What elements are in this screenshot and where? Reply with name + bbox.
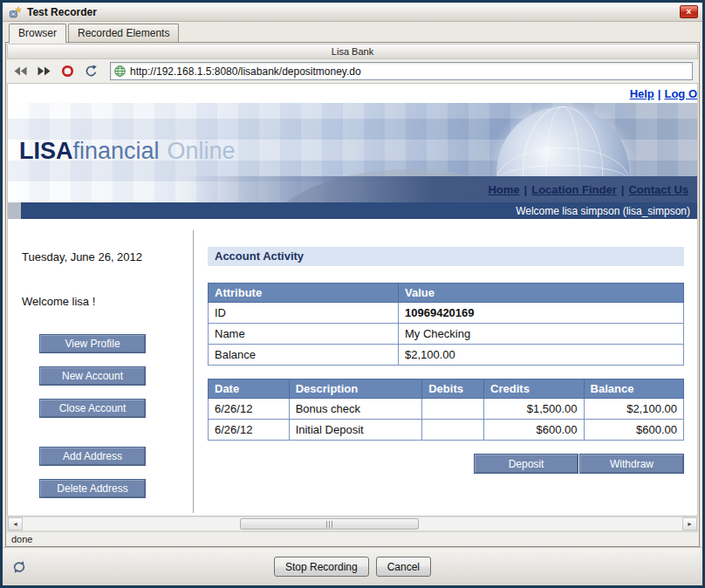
url-input[interactable] (130, 65, 688, 78)
sync-icon (12, 560, 26, 578)
sidebar: Tuesday, June 26, 2012 Welcome lisa ! Vi… (8, 219, 193, 516)
tx-balance-cell: $2,100.00 (584, 399, 683, 420)
close-icon: × (687, 8, 692, 17)
tx-description-cell: Bonus check (289, 399, 422, 420)
page-top-links: Help | Log O (8, 84, 697, 103)
welcome-bar: Welcome lisa simpson (lisa_simpson) (8, 202, 697, 219)
browser-tab-panel: Lisa Bank (5, 42, 700, 547)
sidebar-greeting: Welcome lisa ! (22, 295, 193, 308)
attr-header-value: Value (399, 284, 684, 303)
browser-pane-title: Lisa Bank (7, 44, 698, 59)
stop-recording-button[interactable]: Stop Recording (274, 557, 369, 577)
tx-header-balance: Balance (584, 379, 683, 399)
tab-browser-label: Browser (18, 27, 57, 39)
page-content: Tuesday, June 26, 2012 Welcome lisa ! Vi… (8, 219, 697, 516)
back-button[interactable] (12, 64, 28, 79)
tx-date-cell: 6/26/12 (209, 399, 290, 420)
nav-link-home[interactable]: Home (488, 183, 519, 196)
attr-header-attribute: Attribute (209, 284, 399, 303)
nav-link-contact-us[interactable]: Contact Us (628, 183, 688, 196)
tab-browser[interactable]: Browser (9, 24, 66, 43)
table-row: 6/26/12 Initial Deposit $600.00 $600.00 (209, 420, 684, 441)
footer-bar: Stop Recording Cancel (3, 547, 702, 585)
record-icon (61, 65, 74, 78)
status-bar: done (6, 531, 699, 546)
test-recorder-window: Test Recorder × Browser Recorded Element… (0, 0, 705, 588)
tx-credits-cell: $600.00 (484, 420, 584, 441)
scrollbar-thumb[interactable] (240, 518, 418, 530)
scroll-left-button[interactable]: ◄ (8, 517, 23, 530)
tab-recorded-elements-label: Recorded Elements (78, 27, 169, 39)
tx-debits-cell (422, 399, 484, 420)
tx-balance-cell: $600.00 (584, 420, 683, 441)
account-activity-panel: Account Activity Attribute Value ID 1096 (194, 219, 697, 516)
forward-button[interactable] (36, 64, 51, 79)
nav-separator: | (520, 183, 532, 196)
globe-icon (114, 65, 126, 77)
table-row: Name My Checking (209, 324, 684, 345)
nav-link-location-finder[interactable]: Location Finder (531, 183, 617, 196)
tx-description-cell: Initial Deposit (289, 420, 422, 441)
tx-credits-cell: $1,500.00 (484, 399, 584, 420)
app-icon (7, 4, 23, 20)
scroll-right-icon: ► (687, 521, 693, 527)
cancel-button[interactable]: Cancel (376, 557, 431, 577)
tab-recorded-elements[interactable]: Recorded Elements (68, 24, 179, 42)
scrollbar-track[interactable] (23, 517, 682, 530)
record-button[interactable] (59, 64, 75, 79)
tx-header-credits: Credits (484, 379, 584, 399)
horizontal-scrollbar: ◄ ► (7, 516, 698, 531)
new-account-button[interactable]: New Account (39, 366, 146, 386)
delete-address-button[interactable]: Delete Address (39, 479, 146, 498)
logout-link[interactable]: Log O (664, 87, 697, 100)
attr-value-cell: My Checking (399, 324, 684, 345)
account-action-buttons: Deposit Withdraw (208, 454, 684, 474)
tx-header-debits: Debits (422, 379, 484, 399)
logo-online: Online (168, 138, 236, 164)
nav-separator: | (617, 183, 629, 196)
transactions-table: Date Description Debits Credits Balance … (208, 379, 684, 441)
back-icon (14, 66, 27, 76)
scroll-left-icon: ◄ (12, 521, 18, 527)
sidebar-buttons: View Profile New Account Close Account A… (39, 334, 146, 498)
welcome-bar-corner (8, 202, 21, 219)
tab-strip: Browser Recorded Elements (3, 22, 702, 42)
link-separator: | (654, 87, 665, 100)
help-link[interactable]: Help (630, 87, 654, 100)
refresh-icon (85, 65, 98, 78)
table-row: ID 10969420169 (209, 303, 684, 324)
account-activity-title: Account Activity (208, 247, 684, 266)
close-button[interactable]: × (680, 5, 698, 18)
banner-nav: Home | Location Finder | Contact Us (8, 176, 697, 202)
add-address-button[interactable]: Add Address (39, 447, 146, 466)
tx-debits-cell (422, 420, 484, 441)
scroll-right-button[interactable]: ► (682, 517, 697, 530)
address-bar (110, 62, 693, 80)
attributes-table: Attribute Value ID 10969420169 Name (208, 283, 684, 366)
attr-name-cell: ID (209, 303, 399, 324)
attr-name-cell: Balance (209, 345, 399, 366)
tx-header-description: Description (289, 379, 422, 399)
refresh-button[interactable] (83, 64, 99, 79)
window-title: Test Recorder (27, 6, 97, 18)
attr-name-cell: Name (209, 324, 399, 345)
browser-toolbar (6, 59, 699, 83)
table-row: Balance $2,100.00 (209, 345, 684, 366)
withdraw-button[interactable]: Withdraw (579, 454, 684, 474)
title-bar: Test Recorder × (3, 3, 702, 22)
browser-viewport: Help | Log O LISAfinancialOnline Home | … (7, 83, 698, 516)
logo-lisa: LISA (19, 138, 73, 164)
table-row: 6/26/12 Bonus check $1,500.00 $2,100.00 (209, 399, 684, 420)
attr-value-cell: 10969420169 (399, 303, 684, 324)
status-text: done (11, 534, 32, 544)
view-profile-button[interactable]: View Profile (39, 334, 146, 353)
close-account-button[interactable]: Close Account (39, 399, 146, 418)
forward-icon (38, 66, 51, 76)
deposit-button[interactable]: Deposit (474, 454, 578, 474)
page-banner: LISAfinancialOnline Home | Location Find… (8, 103, 697, 202)
lisa-financial-logo: LISAfinancialOnline (19, 138, 236, 165)
attr-value-cell: $2,100.00 (399, 345, 684, 366)
sidebar-date: Tuesday, June 26, 2012 (22, 250, 193, 263)
welcome-user-text: Welcome lisa simpson (lisa_simpson) (516, 205, 697, 217)
logo-financial: financial (73, 138, 160, 164)
